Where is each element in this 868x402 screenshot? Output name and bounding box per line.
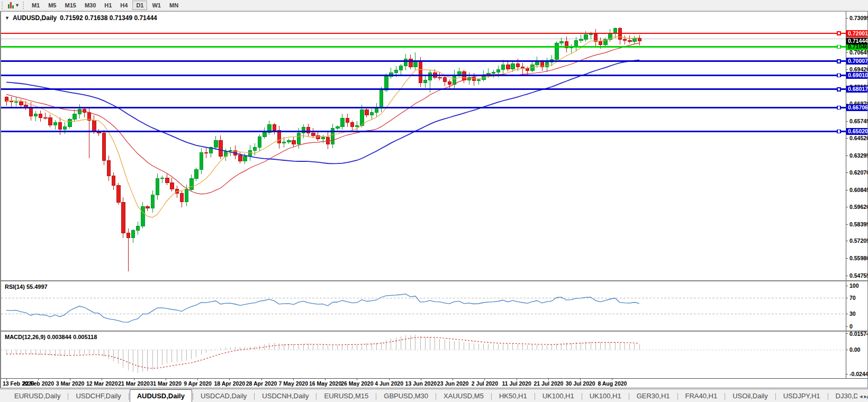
tab-separator <box>491 393 492 400</box>
dropdown-caret-icon[interactable]: ▼ <box>15 3 20 8</box>
chart-tab-usdcnh-daily[interactable]: USDCNH,Daily <box>255 390 315 402</box>
chart-tab-fra40-h1[interactable]: FRA40,H1 <box>679 390 725 402</box>
candle-body <box>321 138 325 139</box>
candle-body <box>496 69 500 72</box>
candle-body <box>375 108 378 113</box>
candle-body <box>428 72 432 80</box>
chart-tab-audusd-daily[interactable]: AUDUSD,Daily <box>130 389 192 402</box>
candle-body <box>599 41 602 44</box>
chart-tab-usdjpy-h1[interactable]: USDJPY,H1 <box>776 390 827 402</box>
candle-body <box>613 29 617 34</box>
macd-indicator-label: MACD(12,26,9) 0.003844 0.005118 <box>5 334 97 340</box>
timeframe-button-h1[interactable]: H1 <box>101 1 115 10</box>
rsi-background <box>1 281 867 331</box>
price-tick-label: 0.63295 <box>849 152 867 159</box>
candle-body <box>263 132 267 136</box>
macd-panel[interactable]: 0.0157410.00-0.024412 <box>1 332 867 378</box>
candle-body <box>317 136 320 139</box>
rsi-tick-label: 30 <box>849 310 856 317</box>
line-anchor-handle[interactable] <box>837 32 840 35</box>
date-tick-label: 13 Jun 2020 <box>405 380 437 387</box>
line-anchor-handle[interactable] <box>837 60 840 63</box>
candle-body <box>170 183 174 189</box>
candle-body <box>185 189 188 202</box>
date-tick-label: 9 Apr 2020 <box>184 380 212 387</box>
candle-body <box>146 207 150 208</box>
candle-body <box>555 43 559 60</box>
price-tick-label: 0.58395 <box>849 221 867 227</box>
candle-body <box>414 61 418 67</box>
candle-body <box>112 176 115 186</box>
candlestick-chart-icon <box>8 2 14 8</box>
date-tick-label: 21 Mar 2020 <box>118 380 150 387</box>
rsi-tick-label: 70 <box>849 295 856 301</box>
chart-tab-hk50-h1[interactable]: HK50,H1 <box>492 390 534 402</box>
timeframe-button-w1[interactable]: W1 <box>148 1 165 10</box>
candle-body <box>409 59 413 67</box>
line-anchor-handle[interactable] <box>837 130 840 133</box>
timeframe-button-mn[interactable]: MN <box>166 1 182 10</box>
date-tick-label: 18 Apr 2020 <box>214 380 246 387</box>
current-price-label: 0.71444 <box>848 38 867 44</box>
tab-separator <box>436 393 436 400</box>
main-price-chart[interactable]: 0.730950.718700.706450.694200.681950.669… <box>1 12 867 280</box>
chart-tab-bar: EURUSD,DailyUSDCHF,DailyAUDUSD,DailyUSDC… <box>0 389 868 402</box>
candle-body <box>122 203 125 233</box>
candle-body <box>312 133 315 136</box>
chart-tab-usdcad-daily[interactable]: USDCAD,Daily <box>194 390 254 402</box>
timeframe-button-m1[interactable]: M1 <box>28 1 43 10</box>
rsi-panel[interactable]: 10070300 <box>1 281 867 331</box>
candle-body <box>34 114 38 116</box>
tab-scroll-right-icon[interactable]: ▸ <box>864 393 867 400</box>
chart-type-button[interactable]: ▼ <box>6 1 21 10</box>
date-tick-label: 31 Mar 2020 <box>150 380 182 387</box>
rsi-tick-label: 0 <box>849 323 853 330</box>
line-price-label: 0.69010 <box>848 72 867 78</box>
candle-body <box>501 65 505 69</box>
chart-tab-xauusd-m5[interactable]: XAUUSD,M5 <box>437 390 491 402</box>
candle-body <box>253 147 257 150</box>
line-price-label: 0.70007 <box>848 58 867 64</box>
line-anchor-handle[interactable] <box>837 88 840 91</box>
candle-body <box>526 69 529 70</box>
candle-body <box>229 151 232 151</box>
candle-body <box>190 179 194 190</box>
line-anchor-handle[interactable] <box>837 74 840 77</box>
chart-tab-ger30-h1[interactable]: GER30,H1 <box>630 390 677 402</box>
timeframe-buttons: M1M5M15M30H1H4D1W1MN <box>28 0 183 11</box>
tab-separator <box>254 393 255 400</box>
rsi-tick-label: 100 <box>849 282 859 289</box>
date-axis: 13 Feb 202022 Feb 20203 Mar 202012 Mar 2… <box>1 378 867 387</box>
line-anchor-handle[interactable] <box>837 45 840 48</box>
candle-body <box>273 125 276 130</box>
chart-context-icon[interactable]: ▼ <box>5 15 10 21</box>
timeframe-button-m15[interactable]: M15 <box>61 1 79 10</box>
candle-body <box>200 153 203 169</box>
line-anchor-handle[interactable] <box>837 106 840 109</box>
candle-body <box>350 122 354 126</box>
candle-body <box>14 102 18 102</box>
timeframe-button-d1[interactable]: D1 <box>132 1 147 10</box>
candle-body <box>472 77 476 80</box>
tab-separator <box>129 393 129 400</box>
chart-tab-gbpusd-m30[interactable]: GBPUSD,M30 <box>377 390 435 402</box>
chart-tab-uk100-h1[interactable]: UK100,H1 <box>583 390 628 402</box>
macd-tick-label: 0.015741 <box>849 332 867 336</box>
timeframe-button-m30[interactable]: M30 <box>81 1 100 10</box>
chart-tab-eurusd-daily[interactable]: EURUSD,Daily <box>7 390 67 402</box>
date-tick-label: 16 May 2020 <box>309 380 341 387</box>
chart-tab-usoil-daily[interactable]: USOil,Daily <box>726 390 774 402</box>
timeframe-button-m5[interactable]: M5 <box>44 1 60 10</box>
candle-body <box>29 107 33 116</box>
toolbar-grip[interactable] <box>23 2 25 9</box>
chart-tab-uk100-h1[interactable]: UK100,H1 <box>536 390 581 402</box>
candle-body <box>258 137 261 148</box>
tab-separator <box>725 393 725 400</box>
candle-body <box>282 142 286 143</box>
toolbar-grip[interactable] <box>2 2 4 9</box>
timeframe-button-h4[interactable]: H4 <box>116 1 131 10</box>
tab-scroll-left-icon[interactable]: ◂ <box>860 393 863 400</box>
candle-body <box>331 128 334 144</box>
chart-tab-eurusd-m15[interactable]: EURUSD,M15 <box>317 390 375 402</box>
chart-tab-usdchf-daily[interactable]: USDCHF,Daily <box>69 390 128 402</box>
